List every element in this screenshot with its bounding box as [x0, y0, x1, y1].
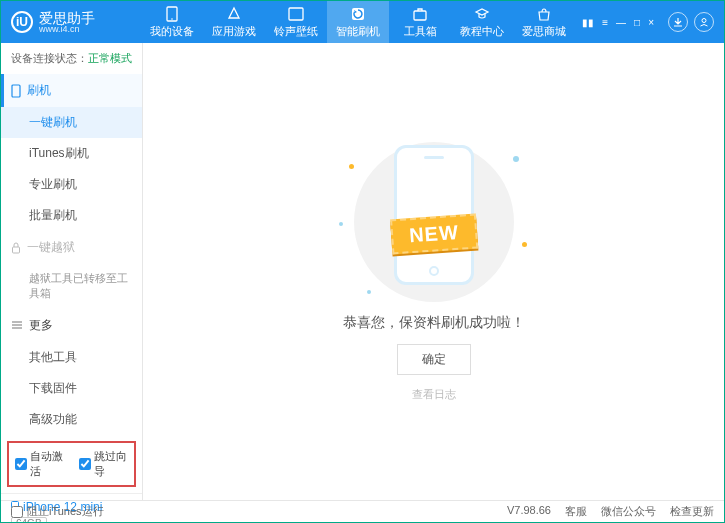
top-nav: 我的设备 应用游戏 铃声壁纸 智能刷机 工具箱 教程中心 爱思商城: [141, 1, 582, 43]
checkbox-auto-activate[interactable]: 自动激活: [15, 449, 65, 479]
tab-apps[interactable]: 应用游戏: [203, 1, 265, 43]
maximize-button[interactable]: □: [634, 17, 640, 28]
tab-store[interactable]: 爱思商城: [513, 1, 575, 43]
svg-point-5: [702, 19, 706, 23]
svg-rect-4: [414, 11, 426, 20]
sidebar-jailbreak-note: 越狱工具已转移至工具箱: [1, 264, 142, 309]
logo-icon: iU: [11, 11, 33, 33]
phone-small-icon: [11, 84, 21, 98]
user-icon[interactable]: [694, 12, 714, 32]
sidebar-item-itunes-flash[interactable]: iTunes刷机: [1, 138, 142, 169]
wechat-link[interactable]: 微信公众号: [601, 504, 656, 519]
customer-service-link[interactable]: 客服: [565, 504, 587, 519]
titlebar: iU 爱思助手 www.i4.cn 我的设备 应用游戏 铃声壁纸 智能刷机 工具…: [1, 1, 724, 43]
store-icon: [536, 6, 552, 22]
sidebar-head-more[interactable]: 更多: [1, 309, 142, 342]
menu-icon-a[interactable]: ▮▮: [582, 17, 594, 28]
main-content: NEW 恭喜您，保资料刷机成功啦！ 确定 查看日志: [143, 43, 724, 500]
svg-point-1: [171, 18, 173, 20]
refresh-icon: [350, 6, 366, 22]
checkbox-skip-guide[interactable]: 跳过向导: [79, 449, 129, 479]
sidebar: 设备连接状态：正常模式 刷机 一键刷机 iTunes刷机 专业刷机 批量刷机 一…: [1, 43, 143, 500]
check-update-link[interactable]: 检查更新: [670, 504, 714, 519]
tab-my-device[interactable]: 我的设备: [141, 1, 203, 43]
tab-tutorials[interactable]: 教程中心: [451, 1, 513, 43]
sidebar-item-one-key-flash[interactable]: 一键刷机: [1, 107, 142, 138]
graduation-icon: [474, 6, 490, 22]
sidebar-head-jailbreak: 一键越狱: [1, 231, 142, 264]
sidebar-options-box: 自动激活 跳过向导: [7, 441, 136, 487]
close-button[interactable]: ×: [648, 17, 654, 28]
success-illustration: NEW: [319, 142, 549, 302]
lock-icon: [11, 242, 21, 254]
toolbox-icon: [412, 6, 428, 22]
tab-toolbox[interactable]: 工具箱: [389, 1, 451, 43]
success-message: 恭喜您，保资料刷机成功啦！: [343, 314, 525, 332]
sidebar-item-other-tools[interactable]: 其他工具: [1, 342, 142, 373]
phone-icon: [164, 6, 180, 22]
view-log-link[interactable]: 查看日志: [412, 387, 456, 402]
svg-rect-7: [13, 247, 20, 253]
sidebar-item-batch-flash[interactable]: 批量刷机: [1, 200, 142, 231]
tab-flash[interactable]: 智能刷机: [327, 1, 389, 43]
app-name: 爱思助手: [39, 11, 95, 25]
connection-status: 设备连接状态：正常模式: [1, 43, 142, 74]
sidebar-head-flash[interactable]: 刷机: [1, 74, 142, 107]
download-icon[interactable]: [668, 12, 688, 32]
minimize-button[interactable]: —: [616, 17, 626, 28]
app-site: www.i4.cn: [39, 25, 95, 34]
sidebar-item-advanced[interactable]: 高级功能: [1, 404, 142, 435]
version-label: V7.98.66: [507, 504, 551, 519]
apps-icon: [226, 6, 242, 22]
checkbox-block-itunes[interactable]: 阻止iTunes运行: [11, 504, 104, 519]
svg-rect-2: [289, 8, 303, 20]
sidebar-item-pro-flash[interactable]: 专业刷机: [1, 169, 142, 200]
tab-ringtones[interactable]: 铃声壁纸: [265, 1, 327, 43]
app-logo: iU 爱思助手 www.i4.cn: [11, 11, 141, 34]
ok-button[interactable]: 确定: [397, 344, 471, 375]
more-icon: [11, 320, 23, 330]
wallpaper-icon: [288, 6, 304, 22]
menu-icon-b[interactable]: ≡: [602, 17, 608, 28]
sidebar-item-download-firmware[interactable]: 下载固件: [1, 373, 142, 404]
window-controls: ▮▮ ≡ — □ ×: [582, 12, 714, 32]
svg-rect-6: [12, 85, 20, 97]
new-ribbon: NEW: [390, 214, 478, 255]
